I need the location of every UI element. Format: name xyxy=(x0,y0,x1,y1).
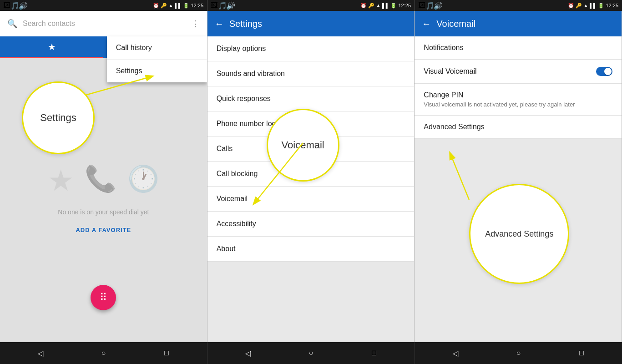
settings-about[interactable]: About xyxy=(207,237,415,262)
empty-text: No one is on your speed dial yet xyxy=(58,208,149,216)
app-bar-settings: ← Settings xyxy=(207,11,415,36)
wifi-icon: ▲ xyxy=(168,3,173,8)
app-icon-8: 🎵 xyxy=(427,2,433,9)
key-icon-2: 🔑 xyxy=(368,3,374,9)
nav-recents-2[interactable]: □ xyxy=(369,348,379,359)
nav-back-1[interactable]: ◁ xyxy=(35,348,46,359)
nav-home-2[interactable]: ○ xyxy=(305,348,316,359)
panel-1-wrapper: 🔍 Search contacts ⋮ Call history Setting… xyxy=(0,11,207,342)
visual-voicemail-toggle[interactable] xyxy=(596,67,612,76)
settings-list: Display options Sounds and vibration Qui… xyxy=(207,36,415,342)
battery-icon-3: 🔋 xyxy=(598,3,604,9)
app-bar-voicemail: ← Voicemail xyxy=(415,11,622,36)
star-icon: ★ xyxy=(48,164,74,197)
settings-quick-responses[interactable]: Quick responses xyxy=(207,86,415,111)
app-icon-5: 🎵 xyxy=(219,2,226,9)
settings-display-options[interactable]: Display options xyxy=(207,36,415,61)
app-icon-6: 🔊 xyxy=(228,2,234,9)
battery-icon: 🔋 xyxy=(183,3,189,9)
advanced-settings-label: Advanced Settings xyxy=(424,123,612,131)
key-icon-3: 🔑 xyxy=(576,3,582,9)
time-1: 12:25 xyxy=(191,3,203,8)
panel-2-wrapper: ← Settings Display options Sounds and vi… xyxy=(207,11,415,342)
voicemail-visual-row: Visual Voicemail xyxy=(424,67,612,76)
status-bars: 🖼 🎵 🔊 ⏰ 🔑 ▲ ▌▌ 🔋 12:25 🖼 🎵 🔊 ⏰ 🔑 ▲ ▌▌ 🔋 … xyxy=(0,0,622,11)
settings-sounds[interactable]: Sounds and vibration xyxy=(207,61,415,86)
status-right-1: ⏰ 🔑 ▲ ▌▌ 🔋 12:25 xyxy=(153,3,203,9)
back-button-voicemail[interactable]: ← xyxy=(422,19,431,29)
app-icon-1: 🖼 xyxy=(4,2,10,9)
wifi-icon-3: ▲ xyxy=(583,3,588,8)
settings-voicemail[interactable]: Voicemail xyxy=(207,187,415,212)
voicemail-title: Voicemail xyxy=(436,19,475,29)
signal-icon-2: ▌▌ xyxy=(382,3,389,8)
panel-1: 🔍 Search contacts ⋮ Call history Setting… xyxy=(0,11,207,342)
empty-state-icons: ★ 📞 🕐 xyxy=(48,164,159,197)
nav-home-1[interactable]: ○ xyxy=(98,348,109,359)
time-2: 12:25 xyxy=(398,3,411,8)
zoom-circle-settings: Settings xyxy=(22,81,95,154)
wifi-icon-2: ▲ xyxy=(376,3,381,8)
voicemail-notifications[interactable]: Notifications xyxy=(415,36,622,60)
app-icon-2: 🎵 xyxy=(12,2,18,9)
voicemail-advanced[interactable]: Advanced Settings xyxy=(415,116,622,139)
zoom-circle-advanced: Advanced Settings xyxy=(469,184,569,284)
zoom-circle-voicemail: Voicemail xyxy=(267,109,339,182)
panel-3-wrapper: ← Voicemail Notifications Visual Voicema… xyxy=(415,11,622,342)
status-left-icons-3: 🖼 🎵 🔊 xyxy=(419,2,441,9)
add-favorite-button[interactable]: ADD A FAVORITE xyxy=(68,223,138,237)
nav-back-2[interactable]: ◁ xyxy=(243,348,253,359)
app-icon-3: 🔊 xyxy=(20,2,26,9)
nav-bar-1: ◁ ○ □ xyxy=(0,342,207,364)
app-icon-4: 🖼 xyxy=(211,2,217,9)
signal-icon-3: ▌▌ xyxy=(590,3,597,8)
nav-bar-3: ◁ ○ □ xyxy=(415,342,622,364)
nav-recents-1[interactable]: □ xyxy=(161,348,172,359)
app-icon-7: 🖼 xyxy=(419,2,425,9)
more-icon[interactable]: ⋮ xyxy=(192,19,200,29)
app-icon-9: 🔊 xyxy=(435,2,441,9)
voicemail-notifications-row: Notifications xyxy=(424,44,612,52)
status-left-icons-1: 🖼 🎵 🔊 xyxy=(4,2,26,9)
search-icon: 🔍 xyxy=(7,19,17,29)
status-right-2: ⏰ 🔑 ▲ ▌▌ 🔋 12:25 xyxy=(360,3,411,9)
tab-favorites[interactable]: ★ xyxy=(0,36,103,58)
dropdown-settings[interactable]: Settings xyxy=(107,60,207,82)
nav-recents-3[interactable]: □ xyxy=(576,348,587,359)
alarm-icon: ⏰ xyxy=(153,3,159,9)
search-bar[interactable]: 🔍 Search contacts ⋮ xyxy=(0,11,207,36)
search-input[interactable]: Search contacts xyxy=(23,20,186,28)
nav-home-3[interactable]: ○ xyxy=(513,348,524,359)
fab-dialpad[interactable]: ⠿ xyxy=(91,285,116,310)
dropdown-call-history[interactable]: Call history xyxy=(107,36,207,60)
panel-3: ← Voicemail Notifications Visual Voicema… xyxy=(415,11,622,342)
status-left-icons-2: 🖼 🎵 🔊 xyxy=(211,2,234,9)
settings-title: Settings xyxy=(229,19,262,29)
key-icon: 🔑 xyxy=(161,3,167,9)
voicemail-visual[interactable]: Visual Voicemail xyxy=(415,60,622,84)
phone-icon: 📞 xyxy=(85,164,116,197)
clock-icon: 🕐 xyxy=(127,164,159,197)
status-right-3: ⏰ 🔑 ▲ ▌▌ 🔋 12:25 xyxy=(568,3,618,9)
nav-bar-2: ◁ ○ □ xyxy=(207,342,415,364)
alarm-icon-2: ⏰ xyxy=(360,3,367,9)
status-bar-2: 🖼 🎵 🔊 ⏰ 🔑 ▲ ▌▌ 🔋 12:25 xyxy=(207,0,415,11)
back-button-settings[interactable]: ← xyxy=(215,19,224,29)
nav-back-3[interactable]: ◁ xyxy=(450,348,461,359)
alarm-icon-3: ⏰ xyxy=(568,3,574,9)
nav-bars: ◁ ○ □ ◁ ○ □ ◁ ○ □ xyxy=(0,342,622,364)
status-bar-1: 🖼 🎵 🔊 ⏰ 🔑 ▲ ▌▌ 🔋 12:25 xyxy=(0,0,207,11)
dropdown-menu: Call history Settings xyxy=(107,36,207,82)
voicemail-change-pin[interactable]: Change PIN Visual voicemail is not activ… xyxy=(415,84,622,116)
settings-accessibility[interactable]: Accessibility xyxy=(207,212,415,237)
main-panels: 🔍 Search contacts ⋮ Call history Setting… xyxy=(0,11,622,342)
battery-icon-2: 🔋 xyxy=(390,3,397,9)
change-pin-sub: Visual voicemail is not activated yet, p… xyxy=(424,101,612,108)
signal-icon: ▌▌ xyxy=(175,3,182,8)
status-bar-3: 🖼 🎵 🔊 ⏰ 🔑 ▲ ▌▌ 🔋 12:25 xyxy=(415,0,622,11)
time-3: 12:25 xyxy=(606,3,618,8)
visual-voicemail-label: Visual Voicemail xyxy=(424,67,476,76)
change-pin-label: Change PIN xyxy=(424,91,612,99)
notifications-label: Notifications xyxy=(424,44,463,52)
